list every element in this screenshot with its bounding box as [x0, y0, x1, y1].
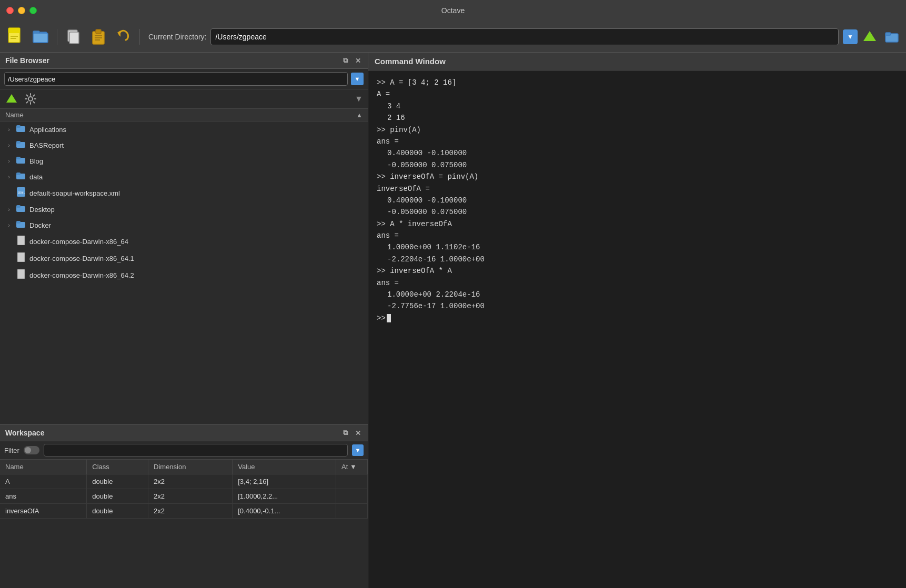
table-row[interactable]: inverseOfAdouble2x2[0.4000,-0.1... [0, 504, 368, 519]
titlebar: Octave [0, 0, 906, 21]
table-cell-name: A [0, 474, 87, 489]
chevron-right-icon: › [5, 126, 13, 133]
dir-dropdown-button[interactable]: ▼ [843, 29, 858, 44]
workspace-copy-button[interactable]: ⧉ [340, 428, 350, 438]
list-item[interactable]: docker-compose-Darwin-x86_64.2 [0, 267, 368, 283]
table-row[interactable]: ansdouble2x2[1.0000,2.2... [0, 489, 368, 504]
file-browser-close-button[interactable]: ✕ [353, 56, 363, 65]
new-file-button[interactable] [4, 25, 27, 48]
table-cell-at [336, 504, 368, 519]
fb-sort-btn[interactable]: ▼ [354, 94, 364, 104]
traffic-lights [6, 7, 37, 14]
go-up-button[interactable] [860, 27, 880, 47]
copy-button[interactable] [62, 25, 85, 48]
table-cell-name: inverseOfA [0, 504, 87, 519]
col-dimension[interactable]: Dimension [148, 460, 233, 474]
list-item[interactable]: docker-compose-Darwin-x86_64 [0, 233, 368, 250]
file-icon [16, 236, 26, 247]
file-item-name: docker-compose-Darwin-x86_64.1 [29, 255, 363, 262]
command-window-content[interactable]: >> A = [3 4; 2 16]A = 3 4 2 16>> pinv(A)… [368, 70, 906, 588]
table-cell-value: [3,4; 2,16] [233, 474, 336, 489]
col-value[interactable]: Value [233, 460, 336, 474]
cw-input-line[interactable]: >> [377, 312, 898, 324]
svg-rect-31 [16, 141, 21, 144]
svg-line-24 [27, 95, 28, 96]
fb-toolbar-row: ▼ [0, 89, 368, 109]
fb-sort-icon[interactable]: ▲ [356, 111, 363, 119]
svg-line-25 [33, 102, 34, 103]
table-cell-at [336, 474, 368, 489]
undo-button[interactable] [112, 25, 135, 48]
workspace-controls: ⧉ ✕ [340, 428, 363, 438]
svg-rect-8 [69, 32, 79, 44]
cw-prompt-marker: >> [377, 312, 386, 324]
list-item[interactable]: ›BASReport [0, 137, 368, 153]
toolbar: Current Directory: ▼ [0, 21, 906, 53]
table-row[interactable]: Adouble2x2[3,4; 2,16] [0, 474, 368, 489]
file-browser-title: File Browser [5, 56, 49, 65]
ws-filter-label: Filter [4, 447, 19, 454]
cw-cursor [387, 314, 391, 322]
file-icon: XML [16, 187, 26, 199]
table-cell-class: double [87, 504, 148, 519]
left-panel: File Browser ⧉ ✕ ▼ [0, 53, 368, 588]
fb-path-input[interactable] [4, 72, 348, 86]
list-item[interactable]: ›Desktop [0, 201, 368, 217]
svg-text:XML: XML [18, 191, 25, 195]
list-item[interactable]: XMLdefault-soapui-workspace.xml [0, 185, 368, 201]
cw-output-line: ans = [377, 136, 898, 147]
open-folder-button[interactable] [29, 25, 53, 48]
table-cell-value: [1.0000,2.2... [233, 489, 336, 504]
browse-folder-button[interactable] [882, 27, 902, 47]
col-at[interactable]: At ▼ [336, 460, 368, 474]
file-item-name: Docker [29, 221, 363, 229]
svg-rect-10 [96, 29, 101, 34]
cw-prompt-line: >> pinv(A) [377, 124, 898, 136]
workspace-close-button[interactable]: ✕ [353, 428, 363, 438]
maximize-button[interactable] [29, 7, 37, 14]
command-window-title: Command Window [375, 57, 446, 66]
ws-filter-bar: Filter ▼ [0, 441, 368, 460]
list-item[interactable]: ›Applications [0, 121, 368, 137]
file-item-name: docker-compose-Darwin-x86_64.2 [29, 271, 363, 279]
cw-matrix-row: -2.2204e-16 1.0000e+00 [377, 254, 898, 265]
col-class[interactable]: Class [87, 460, 148, 474]
file-item-name: docker-compose-Darwin-x86_64 [29, 238, 363, 246]
main-layout: File Browser ⧉ ✕ ▼ [0, 53, 906, 588]
list-item[interactable]: docker-compose-Darwin-x86_64.1 [0, 250, 368, 267]
current-dir-input[interactable] [210, 28, 839, 45]
folder-icon [16, 204, 26, 215]
folder-icon [16, 220, 26, 230]
file-item-name: default-soapui-workspace.xml [29, 189, 363, 197]
paste-button[interactable] [87, 25, 110, 48]
svg-marker-15 [863, 31, 876, 41]
file-browser-copy-button[interactable]: ⧉ [340, 56, 350, 65]
cw-output-line: ans = [377, 230, 898, 241]
ws-filter-toggle[interactable] [24, 446, 39, 454]
svg-rect-17 [885, 33, 891, 35]
minimize-button[interactable] [18, 7, 25, 14]
list-item[interactable]: ›data [0, 169, 368, 185]
workspace-header: Workspace ⧉ ✕ [0, 425, 368, 441]
close-button[interactable] [6, 7, 14, 14]
svg-rect-39 [16, 205, 21, 208]
cw-output-line: inverseOfA = [377, 183, 898, 195]
list-item[interactable]: ›Blog [0, 153, 368, 169]
svg-rect-43 [17, 252, 25, 262]
svg-rect-35 [16, 173, 21, 175]
cw-matrix-row: 3 4 [377, 100, 898, 112]
current-dir-label: Current Directory: [148, 33, 206, 41]
fb-path-dropdown[interactable]: ▼ [351, 73, 364, 85]
col-name[interactable]: Name [0, 460, 87, 474]
cw-matrix-row: -2.7756e-17 1.0000e+00 [377, 300, 898, 312]
ws-filter-input[interactable] [44, 444, 348, 457]
chevron-right-icon: › [5, 142, 13, 148]
file-browser: File Browser ⧉ ✕ ▼ [0, 53, 368, 425]
workspace-table: Name Class Dimension Value At ▼ Adouble2… [0, 460, 368, 519]
file-browser-controls: ⧉ ✕ [340, 56, 363, 65]
list-item[interactable]: ›Docker [0, 217, 368, 233]
fb-gear-button[interactable] [23, 92, 38, 106]
file-browser-header: File Browser ⧉ ✕ [0, 53, 368, 69]
ws-filter-dropdown[interactable]: ▼ [352, 444, 364, 456]
fb-up-button[interactable] [4, 92, 19, 106]
